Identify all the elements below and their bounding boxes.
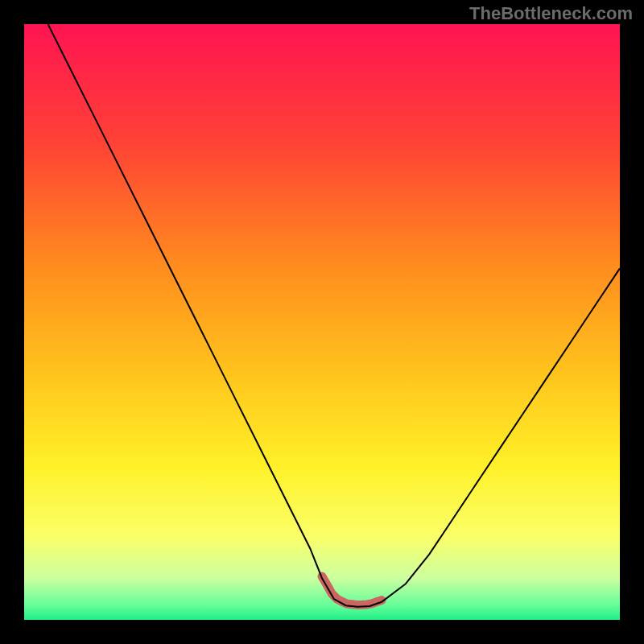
plot-area <box>24 24 620 620</box>
gradient-background <box>24 24 620 620</box>
plot-svg <box>24 24 620 620</box>
watermark-text: TheBottleneck.com <box>469 3 633 24</box>
chart-container: TheBottleneck.com <box>0 0 644 644</box>
